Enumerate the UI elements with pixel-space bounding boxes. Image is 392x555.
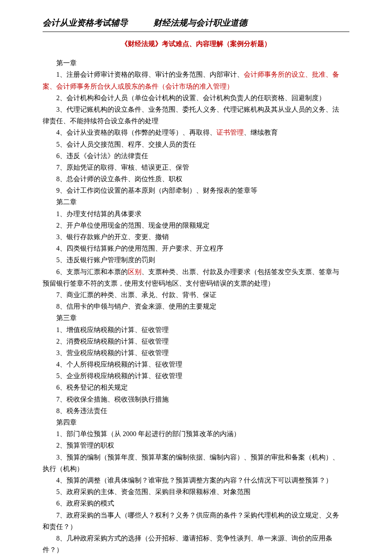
text-segment: 8、总会计师的设立条件、岗位性质、职权 [56, 175, 182, 182]
text-segment: 4、四类银行结算账户的使用范围、开户要求、开立程序 [56, 245, 223, 252]
document-title: 《财经法规》考试难点、内容理解（案例分析题） [43, 38, 349, 49]
text-line: 6、税务登记的相关规定 [43, 382, 349, 393]
text-segment: 4、会计从业资格的取得（作弊的处理等）、再取得、 [56, 129, 216, 136]
text-segment: 律责任、不能持续符合设立条件的处理 [43, 117, 159, 124]
text-line: 1、部门单位预算（从 2000 年起进行的部门预算改革的内涵） [43, 428, 349, 439]
text-line: 9、会计工作岗位设置的基本原则（内部牵制）、财务报表的签章等 [43, 185, 349, 196]
text-segment: 8、信用卡的申领与销户、资金来源、使用的主要规定 [56, 303, 216, 310]
text-segment: 5、政府采购的主体、资金范围、采购目录和限额标准、对象范围 [56, 488, 251, 495]
text-line: 2、开户单位使用现金的范围、现金使用的限额规定 [43, 220, 349, 231]
text-segment: 1、增值税应纳税额的计算、征收管理 [56, 326, 169, 333]
text-line: 1、增值税应纳税额的计算、征收管理 [43, 324, 349, 335]
text-segment: 7、商业汇票的种类、出票、承兑、付款、背书、保证 [56, 291, 216, 298]
text-line: 4、个人所得税应纳税额的计算、征收管理 [43, 358, 349, 370]
text-line: 第三章 [43, 312, 349, 324]
text-line: 件？） [43, 544, 349, 555]
text-segment: 5、企业所得税应纳税额的计算、征收管理 [56, 372, 182, 379]
text-segment: 4、预算的调整（谁具体编制？谁审批？预算调整方案的内容？什么情况下可以调整预算？… [56, 477, 332, 484]
text-segment: 6、支票与汇票和本票的 [56, 268, 128, 275]
text-line: 8、总会计师的设立条件、岗位性质、职权 [43, 173, 349, 185]
text-line: 6、支票与汇票和本票的区别、支票种类、出票、付款及办理要求（包括签发空头支票、签… [43, 266, 349, 278]
page-header: 会计从业资格考试辅导 财经法规与会计职业道德 [43, 15, 349, 32]
text-segment: 第四章 [56, 419, 77, 426]
text-line: 5、企业所得税应纳税额的计算、征收管理 [43, 370, 349, 382]
text-line: 1、注册会计师审计资格的取得、审计的业务范围、内部审计、会计师事务所的设立、批准… [43, 69, 349, 80]
text-segment: 9、会计工作岗位设置的基本原则（内部牵制）、财务报表的签章等 [56, 187, 257, 194]
text-line: 2、会计机构和会计人员（单位会计机构的设置、会计机构负责人的任职资格、回避制度） [43, 92, 349, 104]
text-segment: 件？） [43, 546, 63, 553]
text-segment: 6、违反《会计法》的法律责任 [56, 152, 148, 159]
text-segment: 和责任？） [43, 523, 77, 530]
text-segment: 证书管理 [216, 129, 244, 136]
text-segment: 3、代理记账机构的设立条件、业务范围、委托人义务、代理记账机构及其从业人员的义务… [56, 106, 339, 113]
text-line: 3、预算的编制（预算年度、预算草案的编制依据、编制内容）、预算的审批和备案（机构… [43, 451, 349, 463]
text-segment: 8、几种政府采购方式的选择（公开招标、邀请招标、竞争性谈判、单一来源、询价的应用… [56, 535, 332, 542]
text-line: 执行（机构） [43, 463, 349, 474]
text-segment: 、继续教育 [244, 129, 278, 136]
text-segment: 3、营业税应纳税额的计算、征收管理 [56, 349, 169, 356]
text-line: 2、预算管理的职权 [43, 439, 349, 451]
text-line: 7、税收保全措施、税收强制执行措施 [43, 393, 349, 405]
text-segment: 7、政府采购的当事人（哪些人？权利？义务？供应商的条件？采购代理机构的设立规定、… [56, 512, 339, 519]
text-line: 5、政府采购的主体、资金范围、采购目录和限额标准、对象范围 [43, 486, 349, 497]
text-segment: 2、消费税应纳税额的计算、征收管理 [56, 338, 169, 345]
text-segment: 第二章 [56, 198, 77, 205]
text-line: 8、税务违法责任 [43, 405, 349, 416]
text-line: 4、会计从业资格的取得（作弊的处理等）、再取得、证书管理、继续教育 [43, 127, 349, 138]
text-line: 8、信用卡的申领与销户、资金来源、使用的主要规定 [43, 301, 349, 312]
text-segment: 6、税务登记的相关规定 [56, 384, 128, 391]
text-segment: 预留银行签章不符的支票，使用支付密码地区、支付密码错误的支票的处理） [43, 280, 274, 287]
text-line: 5、会计人员交接范围、程序、交接人员的责任 [43, 139, 349, 150]
text-line: 4、四类银行结算账户的使用范围、开户要求、开立程序 [43, 243, 349, 254]
text-line: 3、营业税应纳税额的计算、征收管理 [43, 347, 349, 358]
text-line: 7、政府采购的当事人（哪些人？权利？义务？供应商的条件？采购代理机构的设立规定、… [43, 509, 349, 521]
text-segment: 2、开户单位使用现金的范围、现金使用的限额规定 [56, 222, 210, 229]
text-line: 和责任？） [43, 521, 349, 532]
text-line: 第四章 [43, 416, 349, 428]
text-segment: 、支票种类、出票、付款及办理要求（包括签发空头支票、签章与 [141, 268, 339, 275]
text-line: 预留银行签章不符的支票，使用支付密码地区、支付密码错误的支票的处理） [43, 278, 349, 289]
text-line: 8、几种政府采购方式的选择（公开招标、邀请招标、竞争性谈判、单一来源、询价的应用… [43, 532, 349, 544]
text-line: 案、会计师事务所合伙人或股东的条件（会计市场的准入管理） [43, 81, 349, 92]
text-segment: 第一章 [56, 59, 77, 66]
text-line: 3、代理记账机构的设立条件、业务范围、委托人义务、代理记账机构及其从业人员的义务… [43, 104, 349, 115]
text-segment: 1、办理支付结算的具体要求 [56, 210, 141, 217]
text-segment: 7、税收保全措施、税收强制执行措施 [56, 396, 169, 403]
text-segment: 6、政府采购的模式 [56, 500, 114, 507]
text-line: 4、预算的调整（谁具体编制？谁审批？预算调整方案的内容？什么情况下可以调整预算？… [43, 474, 349, 486]
text-line: 5、违反银行账户管理制度的罚则 [43, 254, 349, 266]
text-line: 第二章 [43, 196, 349, 208]
text-segment: 7、原始凭证的取得、审核、错误更正、保管 [56, 164, 189, 171]
text-segment: 区别 [128, 268, 141, 275]
text-segment: 1、注册会计师审计资格的取得、审计的业务范围、内部审计、 [56, 71, 244, 78]
text-line: 6、违反《会计法》的法律责任 [43, 150, 349, 162]
text-segment: 2、预算管理的职权 [56, 442, 114, 449]
text-segment: 2、会计机构和会计人员（单位会计机构的设置、会计机构负责人的任职资格、回避制度） [56, 94, 326, 101]
text-segment: 执行（机构） [43, 465, 84, 472]
text-segment: 第三章 [56, 314, 77, 321]
text-segment: 1、部门单位预算（从 2000 年起进行的部门预算改革的内涵） [56, 430, 240, 437]
text-segment: 8、税务违法责任 [56, 407, 107, 414]
text-segment: 5、会计人员交接范围、程序、交接人员的责任 [56, 141, 196, 148]
text-segment: 案、会计师事务所合伙人或股东的条件（会计市场的准入管理） [43, 83, 233, 90]
text-segment: 5、违反银行账户管理制度的罚则 [56, 256, 155, 263]
header-right: 财经法规与会计职业道德 [153, 15, 247, 30]
text-segment: 4、个人所得税应纳税额的计算、征收管理 [56, 361, 182, 368]
text-segment: 3、银行存款账户的开立、变更、撤销 [56, 233, 169, 240]
text-line: 1、办理支付结算的具体要求 [43, 208, 349, 220]
text-line: 第一章 [43, 57, 349, 69]
document-body: 第一章1、注册会计师审计资格的取得、审计的业务范围、内部审计、会计师事务所的设立… [43, 57, 349, 555]
text-line: 7、原始凭证的取得、审核、错误更正、保管 [43, 162, 349, 173]
header-left: 会计从业资格考试辅导 [43, 15, 128, 30]
text-line: 律责任、不能持续符合设立条件的处理 [43, 115, 349, 127]
text-line: 2、消费税应纳税额的计算、征收管理 [43, 335, 349, 347]
text-segment: 会计师事务所的设立、批准、备 [244, 71, 339, 78]
text-line: 7、商业汇票的种类、出票、承兑、付款、背书、保证 [43, 289, 349, 301]
text-line: 3、银行存款账户的开立、变更、撤销 [43, 231, 349, 243]
text-segment: 3、预算的编制（预算年度、预算草案的编制依据、编制内容）、预算的审批和备案（机构… [56, 454, 339, 461]
text-line: 6、政府采购的模式 [43, 497, 349, 509]
